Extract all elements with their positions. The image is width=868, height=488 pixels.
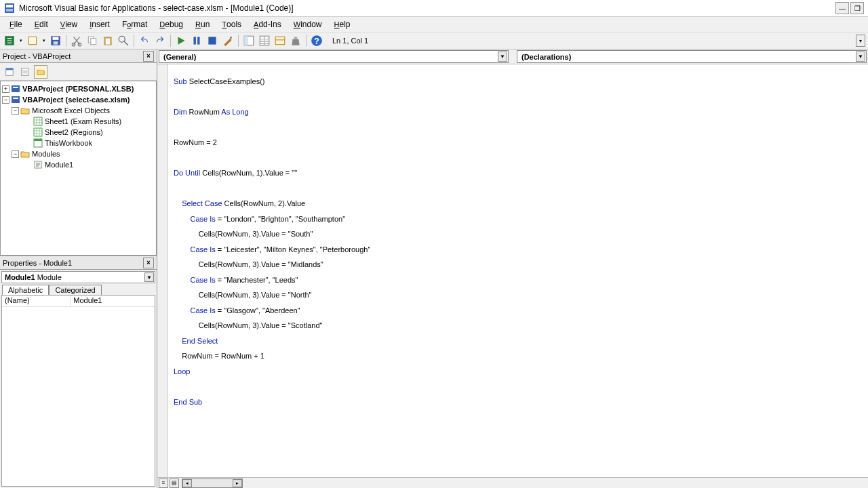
window-title: Microsoft Visual Basic for Applications … <box>19 3 835 13</box>
svg-rect-7 <box>28 37 36 44</box>
break-icon[interactable] <box>190 34 203 47</box>
menu-addins[interactable]: Add-Ins <box>248 18 287 30</box>
properties-panel-title: Properties - Module1 <box>3 259 72 267</box>
tree-sheet-label[interactable]: Sheet1 (Exam Results) <box>45 117 121 125</box>
minimize-button[interactable]: — <box>835 2 849 14</box>
save-icon[interactable] <box>49 34 62 47</box>
tab-alphabetic[interactable]: Alphabetic <box>2 285 49 295</box>
tree-module-label[interactable]: Module1 <box>45 161 73 169</box>
tree-expand-icon[interactable]: + <box>2 85 9 93</box>
svg-rect-37 <box>34 117 42 125</box>
menu-edit[interactable]: Edit <box>29 18 54 30</box>
procedure-dropdown[interactable]: (Declarations) ▼ <box>517 50 867 63</box>
titlebar: Microsoft Visual Basic for Applications … <box>0 0 868 17</box>
toolbar-overflow-icon[interactable]: ▾ <box>856 35 865 47</box>
chevron-down-icon[interactable]: ▼ <box>144 272 154 282</box>
tab-categorized[interactable]: Categorized <box>49 285 101 295</box>
svg-point-17 <box>119 36 125 42</box>
property-name: (Name) <box>2 296 71 306</box>
cursor-position: Ln 1, Col 1 <box>332 37 368 45</box>
menu-help[interactable]: Help <box>329 18 356 30</box>
design-mode-icon[interactable] <box>221 34 235 47</box>
properties-grid[interactable]: (Name) Module1 <box>1 295 155 487</box>
find-icon[interactable] <box>117 34 130 47</box>
paste-icon[interactable] <box>101 34 115 47</box>
insert-dropdown[interactable]: ▾ <box>41 34 47 47</box>
chevron-down-icon[interactable]: ▼ <box>856 52 865 62</box>
app-icon <box>4 3 15 14</box>
menu-tools[interactable]: Tools <box>216 18 247 30</box>
view-excel-dropdown[interactable]: ▾ <box>18 34 24 47</box>
svg-rect-14 <box>91 39 96 45</box>
help-icon[interactable]: ? <box>310 34 323 47</box>
tree-workbook-label[interactable]: ThisWorkbook <box>45 139 92 147</box>
undo-icon[interactable] <box>138 34 151 47</box>
worksheet-icon <box>33 117 43 126</box>
tree-collapse-icon[interactable]: − <box>2 96 9 104</box>
maximize-button[interactable]: ❐ <box>850 2 864 14</box>
full-module-view-icon[interactable]: ▤ <box>170 479 179 488</box>
properties-panel-close-icon[interactable]: × <box>143 258 154 268</box>
object-browser-icon[interactable] <box>273 34 287 47</box>
svg-rect-1 <box>6 5 13 7</box>
svg-rect-40 <box>34 139 42 141</box>
menu-debug[interactable]: Debug <box>154 18 189 30</box>
insert-module-icon[interactable] <box>26 34 39 47</box>
properties-panel-header: Properties - Module1 × <box>0 256 157 270</box>
margin-indicator-bar[interactable] <box>157 64 168 477</box>
object-dropdown[interactable]: (General) ▼ <box>159 50 509 63</box>
tree-project-label[interactable]: VBAProject (PERSONAL.XLSB) <box>22 85 134 93</box>
toggle-folders-icon[interactable] <box>34 65 47 79</box>
run-icon[interactable] <box>174 34 188 47</box>
project-panel-title: Project - VBAProject <box>3 52 71 60</box>
procedure-view-icon[interactable]: ≡ <box>159 479 168 488</box>
tree-project-label[interactable]: VBAProject (select-case.xlsm) <box>22 96 130 104</box>
view-object-icon[interactable] <box>18 65 32 79</box>
menu-view[interactable]: View <box>55 18 83 30</box>
svg-rect-38 <box>34 128 42 136</box>
property-value[interactable]: Module1 <box>71 296 155 306</box>
svg-rect-21 <box>230 37 231 38</box>
menu-format[interactable]: Format <box>117 18 153 30</box>
properties-window-icon[interactable] <box>258 34 271 47</box>
horizontal-scrollbar[interactable]: ◂ ▸ <box>182 479 243 488</box>
menu-insert[interactable]: Insert <box>84 18 115 30</box>
scroll-right-icon[interactable]: ▸ <box>233 479 242 487</box>
folder-icon <box>20 149 30 159</box>
project-panel-close-icon[interactable]: × <box>143 51 154 62</box>
project-tree[interactable]: +VBAProject (PERSONAL.XLSB) −VBAProject … <box>0 81 157 256</box>
menu-file[interactable]: File <box>4 18 28 30</box>
svg-rect-16 <box>106 39 111 45</box>
svg-rect-18 <box>194 37 196 44</box>
toolbox-icon[interactable] <box>289 34 302 47</box>
tree-sheet-label[interactable]: Sheet2 (Regions) <box>45 128 103 136</box>
menu-run[interactable]: Run <box>190 18 215 30</box>
module-icon <box>33 160 43 169</box>
cut-icon[interactable] <box>70 34 83 47</box>
tree-folder-label[interactable]: Microsoft Excel Objects <box>32 106 110 115</box>
view-code-icon[interactable] <box>3 65 16 79</box>
properties-object-select[interactable]: Module1 Module ▼ <box>1 271 155 283</box>
reset-icon[interactable] <box>205 34 219 47</box>
svg-rect-35 <box>12 96 20 103</box>
property-row: (Name) Module1 <box>2 296 155 307</box>
chevron-down-icon[interactable]: ▼ <box>498 52 507 62</box>
vba-project-icon <box>11 84 20 94</box>
svg-rect-33 <box>12 85 20 92</box>
copy-icon[interactable] <box>85 34 99 47</box>
menu-window[interactable]: Window <box>288 18 328 30</box>
code-editor[interactable]: Sub SelectCaseExamples() Dim RowNum As L… <box>168 64 868 477</box>
project-explorer-icon[interactable] <box>242 34 256 47</box>
vba-project-icon <box>11 95 20 104</box>
view-excel-icon[interactable] <box>3 34 16 47</box>
menubar: File Edit View Insert Format Debug Run T… <box>0 17 868 32</box>
svg-rect-32 <box>23 70 28 73</box>
tree-collapse-icon[interactable]: − <box>12 107 19 115</box>
tree-collapse-icon[interactable]: − <box>12 150 19 158</box>
project-toolbar <box>0 63 157 81</box>
svg-rect-23 <box>244 36 248 45</box>
redo-icon[interactable] <box>153 34 167 47</box>
worksheet-icon <box>33 127 43 137</box>
tree-folder-label[interactable]: Modules <box>32 150 60 158</box>
scroll-left-icon[interactable]: ◂ <box>182 479 192 487</box>
